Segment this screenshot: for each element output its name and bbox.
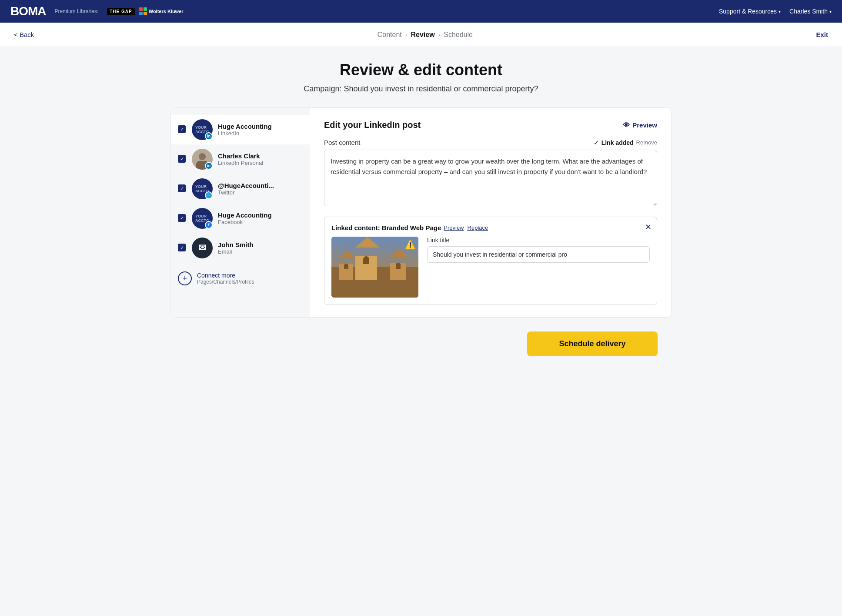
wk-logo: Wolters Kluwer	[139, 7, 184, 15]
checkbox-1[interactable]: ✓	[178, 125, 187, 134]
accounts-sidebar: ✓ YOURACCTG in Huge Accounting LinkedIn …	[171, 108, 310, 317]
user-menu[interactable]: Charles Smith ▾	[789, 8, 832, 15]
sidebar-item-huge-accounting-linkedin[interactable]: ✓ YOURACCTG in Huge Accounting LinkedIn	[171, 115, 310, 144]
sidebar-item-huge-accounting-facebook[interactable]: ✓ YOURACCTG f Huge Accounting Facebook	[171, 204, 310, 233]
link-title-area: Link title	[427, 237, 650, 263]
connect-more-info: Connect more Pages/Channels/Profiles	[197, 272, 254, 285]
exit-button[interactable]: Exit	[816, 31, 828, 38]
link-added-indicator: ✓ Link added Remove	[594, 139, 657, 146]
checkbox-5[interactable]: ✓	[178, 244, 187, 252]
sidebar-item-huge-accounting-twitter[interactable]: ✓ YOURACCTG 🐦 @HugeAccounti... Twitter	[171, 174, 310, 204]
page-subtitle: Campaign: Should you invest in residenti…	[170, 84, 672, 94]
close-linked-content-button[interactable]: ✕	[645, 222, 652, 232]
user-chevron-icon: ▾	[829, 9, 832, 14]
sidebar-item-charles-clark[interactable]: ✓ in Charles Clark LinkedIn Personal	[171, 144, 310, 174]
account-type-2: LinkedIn Personal	[218, 160, 303, 166]
avatar-2: in	[192, 149, 213, 170]
checkbox-5-check: ✓	[178, 244, 186, 251]
boma-logo: BOMA	[10, 4, 46, 18]
support-label: Support & Resources	[719, 8, 777, 15]
twitter-badge-3: 🐦	[205, 191, 213, 199]
checkbox-1-check: ✓	[178, 125, 186, 133]
account-name-2: Charles Clark	[218, 152, 303, 160]
back-button[interactable]: < Back	[14, 31, 34, 38]
account-info-5: John Smith Email	[218, 241, 303, 255]
linked-content-links: Preview Replace	[444, 224, 488, 231]
linked-replace-button[interactable]: Replace	[468, 224, 488, 231]
support-link[interactable]: Support & Resources ▾	[719, 8, 781, 15]
house-main-roof	[355, 237, 380, 248]
post-content-label: Post content	[324, 139, 360, 146]
edit-panel-title: Edit your LinkedIn post	[324, 120, 421, 130]
wk-cell-4	[144, 12, 147, 15]
house-main-body	[355, 256, 377, 280]
checkbox-4-check: ✓	[178, 214, 186, 222]
facebook-badge-4: f	[205, 221, 213, 229]
connect-more-label: Connect more	[197, 272, 254, 279]
edit-panel: Edit your LinkedIn post 👁 Preview Post c…	[310, 108, 671, 317]
linked-content-header: Linked content: Branded Web Page Preview…	[331, 224, 650, 231]
house-main-door	[363, 256, 369, 264]
account-type-4: Facebook	[218, 219, 303, 225]
account-info-1: Huge Accounting LinkedIn	[218, 123, 303, 137]
link-title-label: Link title	[427, 237, 650, 244]
house-right-roof	[390, 249, 408, 257]
account-type-3: Twitter	[218, 189, 303, 196]
link-check-icon: ✓	[594, 139, 599, 146]
main-content: Review & edit content Campaign: Should y…	[160, 47, 682, 374]
breadcrumb-schedule[interactable]: Schedule	[444, 31, 473, 39]
wk-text: Wolters Kluwer	[149, 9, 184, 14]
breadcrumb-bar: < Back Content › Review › Schedule Exit	[0, 23, 842, 47]
house-left-roof	[339, 251, 355, 258]
linkedin-badge-2: in	[205, 162, 213, 170]
content-area: ✓ YOURACCTG in Huge Accounting LinkedIn …	[170, 107, 672, 318]
post-content-header: Post content ✓ Link added Remove	[324, 139, 657, 146]
person-head-2	[199, 153, 206, 160]
account-info-3: @HugeAccounti... Twitter	[218, 182, 303, 196]
connect-more-button[interactable]: + Connect more Pages/Channels/Profiles	[171, 266, 310, 291]
sidebar-item-john-smith-email[interactable]: ✓ ✉ John Smith Email	[171, 233, 310, 263]
nav-right: Support & Resources ▾ Charles Smith ▾	[719, 8, 832, 15]
checkbox-3[interactable]: ✓	[178, 184, 187, 193]
link-title-input[interactable]	[427, 246, 650, 263]
house-left-door	[344, 264, 348, 269]
account-info-2: Charles Clark LinkedIn Personal	[218, 152, 303, 166]
preview-label: Preview	[632, 121, 657, 129]
edit-panel-header: Edit your LinkedIn post 👁 Preview	[324, 120, 657, 130]
account-name-5: John Smith	[218, 241, 303, 248]
page-title: Review & edit content	[170, 61, 672, 79]
breadcrumb-nav: Content › Review › Schedule	[34, 31, 816, 39]
linked-body: ⚠️ Link title	[331, 237, 650, 298]
avatar-1: YOURACCTG in	[192, 119, 213, 140]
house-main	[355, 237, 380, 280]
post-content-textarea[interactable]: Investing in property can be a great way…	[324, 150, 657, 206]
breadcrumb-sep-1: ›	[405, 31, 408, 38]
preview-button[interactable]: 👁 Preview	[623, 121, 657, 129]
linked-preview-button[interactable]: Preview	[444, 224, 464, 231]
account-type-1: LinkedIn	[218, 130, 303, 137]
nav-left: BOMA Premium Libraries: THE GAP Wolters …	[10, 4, 184, 18]
account-name-1: Huge Accounting	[218, 123, 303, 130]
remove-link-button[interactable]: Remove	[636, 139, 657, 146]
linked-content-title: Linked content: Branded Web Page	[331, 224, 441, 231]
house-right	[390, 249, 408, 280]
link-added-text: Link added	[601, 139, 634, 146]
schedule-area: Schedule delivery	[170, 331, 672, 356]
avatar-bg-5: ✉	[192, 238, 213, 258]
breadcrumb-review[interactable]: Review	[411, 31, 434, 39]
checkbox-4[interactable]: ✓	[178, 214, 187, 223]
checkbox-2[interactable]: ✓	[178, 155, 187, 164]
house-left	[339, 251, 355, 280]
preview-icon: 👁	[623, 121, 630, 129]
checkbox-2-check: ✓	[178, 155, 186, 163]
account-name-3: @HugeAccounti...	[218, 182, 303, 189]
user-label: Charles Smith	[789, 8, 828, 15]
schedule-delivery-button[interactable]: Schedule delivery	[527, 331, 658, 356]
account-name-4: Huge Accounting	[218, 211, 303, 219]
gap-logo: THE GAP	[107, 8, 134, 15]
avatar-4: YOURACCTG f	[192, 208, 213, 229]
checkbox-3-check: ✓	[178, 184, 186, 192]
breadcrumb-content[interactable]: Content	[378, 31, 402, 39]
thumbnail-wrapper: ⚠️	[331, 237, 418, 298]
wk-cell-1	[139, 7, 143, 11]
